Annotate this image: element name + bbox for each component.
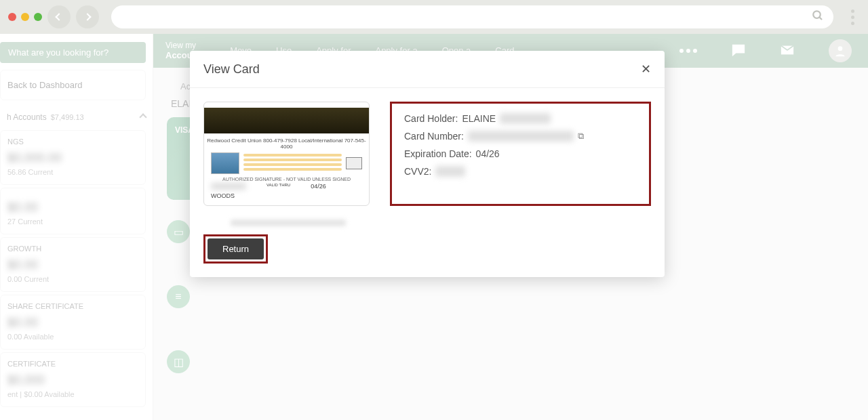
holder-label: Card Holder: [404, 113, 458, 124]
browser-menu-icon[interactable] [846, 9, 860, 25]
svg-point-0 [813, 11, 821, 18]
return-highlight: Return [203, 234, 268, 264]
number-label: Card Number: [404, 131, 464, 142]
browser-toolbar [0, 0, 868, 34]
return-button[interactable]: Return [208, 238, 264, 259]
card-back-image: Redwood Credit Union 800-479-7928 Local/… [203, 102, 370, 206]
card-holder-blurred: XXXXXX [211, 183, 246, 190]
back-button[interactable] [47, 5, 71, 28]
card-info-highlight: Card Holder: ELAINE WOODS Card Number: 0… [390, 102, 651, 206]
signature-box-icon [346, 157, 362, 169]
modal-title: View Card [203, 62, 260, 77]
instruction-text-blurred [231, 219, 346, 226]
rcu-logo-icon: ◮Redwood Credit Union [321, 205, 362, 206]
holder-first: ELAINE [462, 113, 496, 124]
minimize-window-icon[interactable] [21, 13, 29, 21]
card-number-blurred: 0000 0000 0000 0000 [468, 131, 574, 142]
search-icon [812, 9, 824, 24]
view-card-modal: View Card ✕ Redwood Credit Union 800-479… [190, 51, 665, 277]
exp-label: Expiration Date: [404, 148, 472, 159]
cvv-blurred: 000 [435, 166, 465, 177]
maximize-window-icon[interactable] [34, 13, 42, 21]
cvv-label: CVV2: [404, 166, 431, 177]
card-photo-icon [211, 152, 239, 174]
close-window-icon[interactable] [8, 13, 16, 21]
svg-line-1 [819, 17, 822, 20]
holder-last-blurred: WOODS [500, 113, 550, 124]
window-controls [8, 13, 42, 21]
copy-icon[interactable]: ⧉ [578, 131, 584, 142]
url-bar[interactable] [111, 5, 833, 28]
close-icon[interactable]: ✕ [641, 62, 651, 77]
forward-button[interactable] [76, 5, 99, 28]
exp-value: 04/26 [476, 148, 500, 159]
